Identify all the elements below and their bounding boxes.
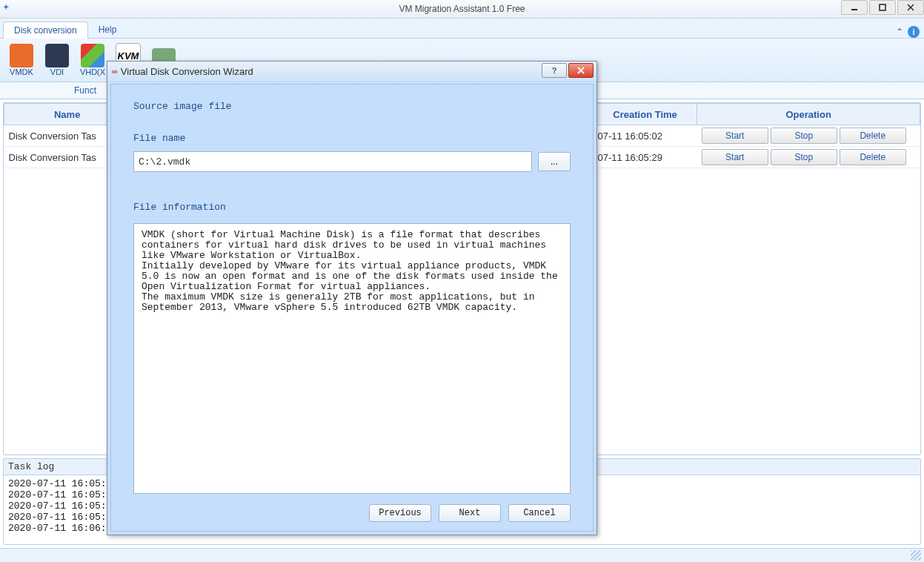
svg-rect-1: [880, 4, 885, 10]
tool-vdi[interactable]: VDI: [40, 44, 74, 76]
fileinfo-box: VMDK (short for Virtual Machine Disk) is…: [133, 223, 571, 494]
tool-vdi-label: VDI: [50, 67, 64, 76]
tab-disk-conversion[interactable]: Disk conversion: [3, 22, 88, 39]
wizard-title: Virtual Disk Conversion Wizard: [121, 66, 253, 77]
app-logo: ✦: [3, 3, 39, 15]
statusbar: [0, 548, 924, 562]
previous-button[interactable]: Previous: [369, 504, 431, 522]
delete-button[interactable]: Delete: [840, 149, 906, 165]
function-label: Funct: [74, 85, 96, 96]
filename-input[interactable]: [133, 151, 532, 172]
tool-vhdx-label: VHD(X: [80, 67, 105, 76]
stop-button[interactable]: Stop: [771, 149, 837, 165]
wizard-dialog: ∞ Virtual Disk Conversion Wizard ? Sourc…: [107, 61, 597, 535]
minimize-button[interactable]: [841, 0, 868, 15]
wizard-titlebar[interactable]: ∞ Virtual Disk Conversion Wizard ?: [107, 62, 596, 81]
fileinfo-label: File information: [133, 202, 571, 213]
col-creation-time[interactable]: Creation Time: [593, 104, 697, 125]
wizard-help-button[interactable]: ?: [542, 63, 567, 78]
cell-time: 07-11 16:05:02: [593, 125, 697, 147]
cell-ops: StartStopDelete: [697, 125, 920, 147]
wizard-icon: ∞: [112, 67, 118, 76]
collapse-ribbon-icon[interactable]: ⌃: [896, 27, 903, 37]
app-title: VM Migration Assistant 1.0 Free: [0, 4, 924, 14]
maximize-button[interactable]: [869, 0, 896, 15]
next-button[interactable]: Next: [439, 504, 501, 522]
browse-button[interactable]: ...: [538, 152, 571, 171]
cell-ops: StartStopDelete: [697, 147, 920, 168]
cancel-button[interactable]: Cancel: [508, 504, 571, 522]
app-titlebar: ✦ VM Migration Assistant 1.0 Free: [0, 0, 924, 19]
source-image-label: Source image file: [133, 101, 571, 112]
start-button[interactable]: Start: [702, 149, 768, 165]
close-button[interactable]: [897, 0, 924, 15]
menu-help[interactable]: Help: [91, 22, 124, 38]
info-icon[interactable]: i: [908, 26, 920, 38]
stop-button[interactable]: Stop: [771, 128, 837, 144]
tool-vmdk[interactable]: VMDK: [4, 44, 39, 76]
resize-grip-icon[interactable]: [911, 550, 921, 561]
start-button[interactable]: Start: [702, 128, 768, 144]
tool-vmdk-label: VMDK: [10, 67, 33, 76]
menubar: Disk conversion Help ⌃ i: [0, 19, 924, 39]
delete-button[interactable]: Delete: [840, 128, 906, 144]
tool-vhdx[interactable]: VHD(X: [76, 44, 110, 76]
cell-time: 07-11 16:05:29: [593, 147, 697, 168]
filename-label: File name: [133, 133, 571, 144]
col-operation[interactable]: Operation: [697, 104, 920, 125]
wizard-close-button[interactable]: [568, 63, 594, 78]
